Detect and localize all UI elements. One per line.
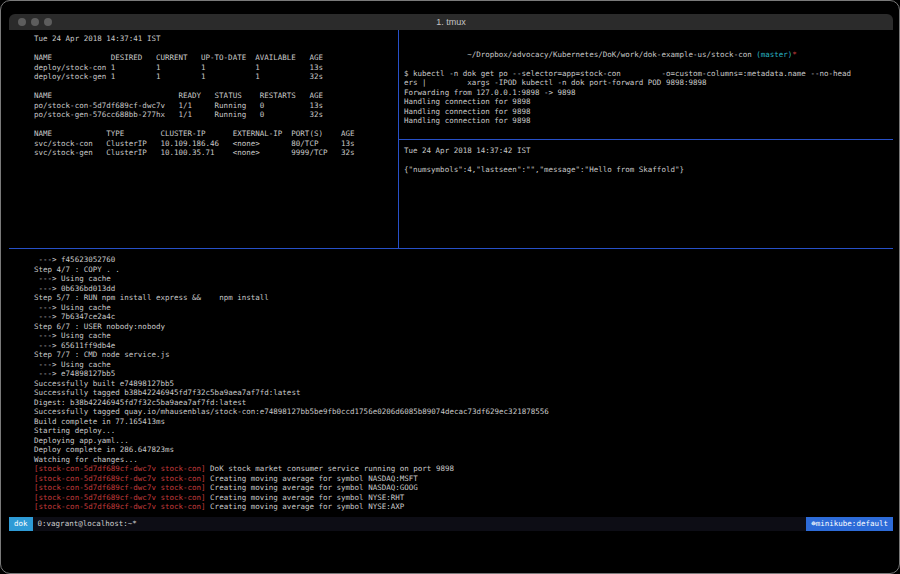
pane-service-response[interactable]: Tue 24 Apr 2018 14:37:42 IST {"numsymbol… [399,140,893,248]
table-header-row: NAMEREADYSTATUSRESTARTSAGE [34,91,394,101]
table-cell: AVAILABLE [255,53,309,63]
terminal-line: Handling connection for 9898 [404,116,889,126]
table-cell: STATUS [215,91,260,101]
kube-context-chip: ☸minikube:default [806,517,893,531]
table-cell: 1/1 [178,101,214,111]
table-cell: <none> [233,139,292,149]
table-cell: PORT(S) [291,129,341,139]
terminal-line: Deploy complete in 286.647823ms [34,445,889,455]
build-log: ---> f45623052760Step 4/7 : COPY . . ---… [34,255,889,512]
pod-log-message: Creating moving average for symbol NYSE:… [206,502,405,511]
minimize-button[interactable] [31,18,39,26]
terminal-line: Forwarding from 127.0.0.1:9898 -> 9898 [404,88,889,98]
terminal-line: Successfully built e74898127bb5 [34,379,889,389]
terminal-line: [stock-con-5d7df689cf-dwc7v stock-con] C… [34,502,889,512]
terminal-line: [stock-con-5d7df689cf-dwc7v stock-con] C… [34,493,889,503]
pod-log-message: DoK stock market consumer service runnin… [206,464,454,473]
table-cell: 32s [309,72,327,82]
terminal-line: ---> Using cache [34,331,889,341]
table-cell: deploy/stock-con [34,63,111,73]
timestamp: Tue 24 Apr 2018 14:37:41 IST [34,34,394,44]
top-pane-row: Tue 24 Apr 2018 14:37:41 IST NAMEDESIRED… [9,30,893,249]
terminal-line: Handling connection for 9898 [404,107,889,117]
table-cell: 0 [260,101,310,111]
terminal-line: [stock-con-5d7df689cf-dwc7v stock-con] D… [34,464,889,474]
table-cell: NAME [34,53,111,63]
desktop-background: 1. tmux Tue 24 Apr 2018 14:37:41 IST NAM… [0,0,900,574]
table-cell: 1 [255,72,309,82]
table-cell: 1 [201,63,255,73]
table-cell: po/stock-con-5d7df689cf-dwc7v [34,101,178,111]
table-header-row: NAMETYPECLUSTER-IPEXTERNAL-IPPORT(S)AGE [34,129,394,139]
deployments-table: NAMEDESIREDCURRENTUP-TO-DATEAVAILABLEAGE… [34,53,394,82]
table-cell: 9999/TCP [291,148,341,158]
pane-kubectl-overview[interactable]: Tue 24 Apr 2018 14:37:41 IST NAMEDESIRED… [9,30,399,248]
table-cell: TYPE [106,129,160,139]
services-table: NAMETYPECLUSTER-IPEXTERNAL-IPPORT(S)AGEs… [34,129,394,158]
table-cell: svc/stock-gen [34,148,106,158]
table-cell: DESIRED [111,53,156,63]
table-cell: deploy/stock-gen [34,72,111,82]
right-pane-column: ~/Dropbox/advocacy/Kubernetes/DoK/work/d… [399,30,893,248]
table-row: svc/stock-genClusterIP10.100.35.71<none>… [34,148,394,158]
table-cell: svc/stock-con [34,139,106,149]
window-list-item[interactable]: 0:vagrant@localhost:~* [33,517,137,531]
table-cell: ClusterIP [106,148,160,158]
pod-log-prefix: [stock-con-5d7df689cf-dwc7v stock-con] [34,474,206,483]
table-cell: 32s [341,148,359,158]
pod-log-message: Creating moving average for symbol NASDA… [206,474,418,483]
pod-log-message: Creating moving average for symbol NASDA… [206,483,418,492]
table-header-row: NAMEDESIREDCURRENTUP-TO-DATEAVAILABLEAGE [34,53,394,63]
table-cell: EXTERNAL-IP [233,129,292,139]
table-cell: 32s [309,110,327,120]
terminal-line: $ kubectl -n dok get po --selector=app=s… [404,69,889,79]
table-cell: po/stock-gen-576cc688bb-277hx [34,110,178,120]
terminal-line: ---> Using cache [34,303,889,313]
kube-context-label: minikube:default [816,519,888,528]
table-cell: ClusterIP [106,139,160,149]
table-cell: 10.100.35.71 [160,148,232,158]
git-dirty-flag: * [792,50,797,59]
traffic-lights [18,18,52,26]
table-cell: AGE [309,53,327,63]
pane-port-forward[interactable]: ~/Dropbox/advocacy/Kubernetes/DoK/work/d… [399,30,893,140]
terminal-line: ---> 0b636bd013dd [34,284,889,294]
zoom-button[interactable] [44,18,52,26]
terminal-line: ---> e74898127bb5 [34,369,889,379]
table-cell: 1 [111,63,156,73]
timestamp: Tue 24 Apr 2018 14:37:42 IST [404,146,889,156]
table-cell: 0 [260,110,310,120]
table-row: deploy/stock-gen111132s [34,72,394,82]
table-cell: RESTARTS [260,91,310,101]
window-titlebar[interactable]: 1. tmux [9,14,893,30]
table-cell: 10.109.186.46 [160,139,232,149]
terminal-line: ---> f45623052760 [34,255,889,265]
terminal-line: ers | xargs -IPOD kubectl -n dok port-fo… [404,78,889,88]
pod-log-prefix: [stock-con-5d7df689cf-dwc7v stock-con] [34,483,206,492]
pod-log-prefix: [stock-con-5d7df689cf-dwc7v stock-con] [34,502,206,511]
table-cell: 1/1 [178,110,214,120]
table-cell: 80/TCP [291,139,341,149]
session-name-chip[interactable]: dok [9,517,33,531]
blank-line [34,44,394,54]
terminal-window: 1. tmux Tue 24 Apr 2018 14:37:41 IST NAM… [9,14,893,531]
close-button[interactable] [18,18,26,26]
table-row: po/stock-con-5d7df689cf-dwc7v1/1Running0… [34,101,394,111]
terminal-line: Successfully tagged b38b42246945fd7f32c5… [34,388,889,398]
table-cell: 1 [111,72,156,82]
terminal-line: Deploying app.yaml... [34,436,889,446]
tmux-terminal: Tue 24 Apr 2018 14:37:41 IST NAMEDESIRED… [9,30,893,531]
terminal-line: ---> Using cache [34,274,889,284]
table-cell: READY [178,91,214,101]
pod-log-message: Creating moving average for symbol NYSE:… [206,493,405,502]
port-forward-output: $ kubectl -n dok get po --selector=app=s… [404,69,889,126]
table-cell: Running [215,101,260,111]
table-cell: <none> [233,148,292,158]
table-cell: 1 [255,63,309,73]
blank-line [34,82,394,92]
pods-table: NAMEREADYSTATUSRESTARTSAGEpo/stock-con-5… [34,91,394,120]
table-cell: 13s [309,101,327,111]
terminal-line: ---> 65611ff9db4e [34,341,889,351]
terminal-line: Successfully tagged quay.io/mhausenblas/… [34,407,889,417]
pane-skaffold-build[interactable]: ---> f45623052760Step 4/7 : COPY . . ---… [9,249,893,517]
